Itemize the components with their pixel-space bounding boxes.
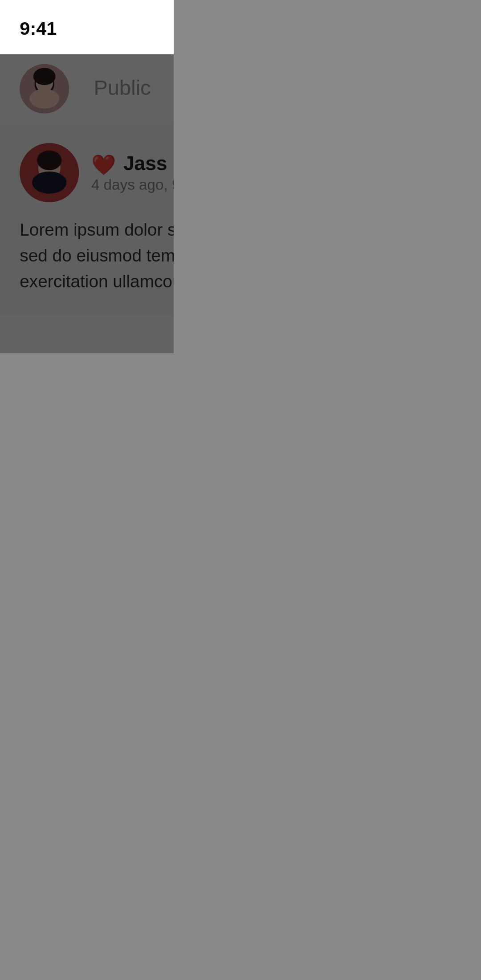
status-time: 9:41 bbox=[20, 16, 57, 37]
status-bar: 9:41 bbox=[0, 0, 174, 54]
